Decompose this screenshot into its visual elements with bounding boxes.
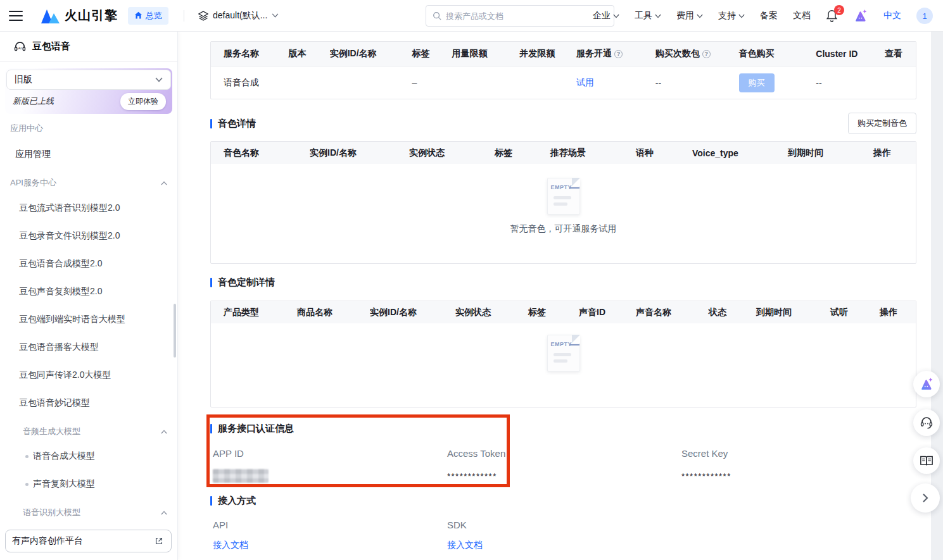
- ai-assistant-icon[interactable]: [853, 9, 868, 23]
- buy-button[interactable]: 购买: [739, 73, 775, 92]
- app-id-redacted-value: [213, 469, 269, 483]
- collapse-panel-button[interactable]: [911, 483, 940, 513]
- product-title: 豆包语音: [32, 40, 70, 53]
- title-accent-bar: [210, 278, 212, 287]
- support-float-button[interactable]: [913, 409, 940, 436]
- api-docs-link[interactable]: 接入文档: [213, 540, 248, 550]
- subsection-audio-gen[interactable]: 音频生成大模型: [0, 426, 177, 437]
- help-icon[interactable]: ?: [614, 50, 623, 58]
- sidebar-api-items: 豆包流式语音识别模型2.0 豆包录音文件识别模型2.0 豆包语音合成模型2.0 …: [0, 194, 177, 417]
- main-area: 服务名称 版本 实例ID/名称 标签 用量限额 并发限额 服务开通? 购买次数包…: [178, 32, 943, 560]
- notification-count-badge: 2: [834, 5, 844, 15]
- col-voice-name: 音色名称: [211, 147, 297, 159]
- headset-support-icon: [920, 416, 934, 430]
- auth-section-title: 服务接口认证信息: [210, 423, 916, 433]
- title-accent-bar: [210, 496, 212, 506]
- col-tag: 标签: [516, 307, 566, 318]
- col-service-name: 服务名称: [211, 48, 276, 59]
- voice-detail-title: 音色详情: [210, 118, 256, 128]
- empty-document-icon: EMPTY: [547, 335, 580, 371]
- auth-values-row: ************ ************: [210, 468, 916, 483]
- svg-text:AI: AI: [18, 46, 22, 50]
- col-product-name: 商品名称: [284, 307, 357, 318]
- ai-assistant-float-button[interactable]: [913, 371, 940, 397]
- overview-badge[interactable]: 总览: [128, 7, 168, 25]
- sidebar-item-stream-asr-2[interactable]: 豆包流式语音识别模型2.0: [0, 194, 177, 222]
- sidebar-item-podcast[interactable]: 豆包语音播客大模型: [0, 333, 177, 361]
- app-id-label: APP ID: [213, 448, 244, 459]
- col-status: 状态: [696, 307, 744, 318]
- col-expire-time: 到期时间: [744, 307, 818, 318]
- service-name-value: 语音合成: [211, 77, 276, 89]
- brand-logo[interactable]: 火山引擎: [41, 7, 118, 24]
- chevron-down-icon: [697, 14, 703, 18]
- buy-custom-voice-button[interactable]: 购买定制音色: [848, 113, 916, 134]
- search-input[interactable]: [446, 11, 607, 21]
- col-expire-time: 到期时间: [775, 147, 861, 159]
- title-accent-bar: [210, 424, 212, 433]
- trial-link[interactable]: 试用: [576, 77, 594, 89]
- sidebar-item-clone-large[interactable]: 声音复刻大模型: [0, 470, 177, 498]
- col-usage-quota: 用量限额: [439, 48, 507, 59]
- try-now-button[interactable]: 立即体验: [120, 93, 166, 110]
- chevron-up-icon: [161, 430, 167, 434]
- empty-document-icon: EMPTY: [547, 178, 580, 215]
- col-view: 查看: [872, 48, 916, 59]
- voice-table-empty-state: EMPTY 暂无音色，可开通服务试用: [211, 164, 916, 263]
- search-box[interactable]: [426, 5, 614, 27]
- headset-ai-icon: AI: [14, 40, 26, 53]
- sidebar-item-e2e-realtime[interactable]: 豆包端到端实时语音大模型: [0, 306, 177, 333]
- user-avatar[interactable]: 1: [916, 8, 933, 24]
- nav-menu-tools[interactable]: 工具: [635, 10, 661, 22]
- project-selector[interactable]: default(默认...: [198, 10, 279, 22]
- access-token-label: Access Token: [447, 448, 505, 459]
- sidebar-item-voice-clone-2[interactable]: 豆包声音复刻模型2.0: [0, 278, 177, 306]
- col-instance-id: 实例ID/名称: [317, 48, 400, 59]
- nav-menu-support[interactable]: 支持: [718, 10, 745, 22]
- audio-creation-platform-link[interactable]: 有声内容创作平台: [5, 530, 172, 552]
- section-app-center: 应用中心: [0, 123, 177, 134]
- hamburger-menu-icon[interactable]: [9, 11, 23, 21]
- service-table-header: 服务名称 版本 实例ID/名称 标签 用量限额 并发限额 服务开通? 购买次数包…: [211, 42, 916, 66]
- external-link-icon: [155, 537, 163, 545]
- col-service-open: 服务开通?: [564, 48, 643, 59]
- sidebar-item-miaoji[interactable]: 豆包语音妙记模型: [0, 389, 177, 417]
- main-content: 服务名称 版本 实例ID/名称 标签 用量限额 并发限额 服务开通? 购买次数包…: [210, 32, 916, 551]
- sdk-docs-link[interactable]: 接入文档: [447, 540, 483, 550]
- empty-state-text: 暂无音色，可开通服务试用: [510, 223, 617, 235]
- col-voice-type: Voice_type: [680, 148, 775, 158]
- custom-voice-title: 音色定制详情: [210, 277, 916, 287]
- sidebar-item-tts-2[interactable]: 豆包语音合成模型2.0: [0, 250, 177, 278]
- locale-switch[interactable]: 中文: [883, 10, 901, 22]
- access-section-title: 接入方式: [210, 495, 916, 506]
- top-nav: 火山引擎 总览 default(默认... 企业 工具 费用 支持 备案 文档 …: [0, 0, 943, 32]
- secret-key-value: ************: [681, 471, 731, 481]
- nav-menu-billing[interactable]: 费用: [676, 10, 703, 22]
- col-instance-status: 实例状态: [396, 147, 482, 159]
- sidebar-scrollbar[interactable]: [174, 304, 176, 358]
- voice-table-header: 音色名称 实例ID/名称 实例状态 标签 推荐场景 语种 Voice_type …: [211, 142, 916, 164]
- sidebar-item-app-management[interactable]: 应用管理: [0, 149, 177, 160]
- brand-name: 火山引擎: [65, 7, 118, 24]
- sidebar-item-tts-large[interactable]: 语音合成大模型: [0, 442, 177, 470]
- sidebar-item-simul-translate[interactable]: 豆包同声传译2.0大模型: [0, 361, 177, 389]
- sidebar-item-file-asr-2[interactable]: 豆包录音文件识别模型2.0: [0, 222, 177, 250]
- subsection-asr-large[interactable]: 语音识别大模型: [0, 507, 177, 518]
- version-banner: 旧版 新版已上线 立即体验: [5, 68, 172, 114]
- nav-link-beian[interactable]: 备案: [760, 10, 778, 22]
- open-book-icon: [920, 454, 934, 467]
- nav-menu-enterprise[interactable]: 企业: [593, 10, 619, 22]
- help-icon[interactable]: ?: [702, 50, 711, 58]
- service-table: 服务名称 版本 实例ID/名称 标签 用量限额 并发限额 服务开通? 购买次数包…: [210, 41, 916, 99]
- section-api-center[interactable]: API服务中心: [0, 177, 177, 189]
- docs-float-button[interactable]: [913, 447, 940, 474]
- col-version: 版本: [276, 48, 317, 59]
- page-scrollbar-track[interactable]: [931, 32, 943, 560]
- col-instance-id: 实例ID/名称: [357, 307, 443, 318]
- nav-right-group: 企业 工具 费用 支持 备案 文档 2 中文 1: [593, 0, 933, 32]
- notification-bell[interactable]: 2: [826, 9, 838, 22]
- nav-link-docs[interactable]: 文档: [793, 10, 811, 22]
- version-select[interactable]: 旧版: [6, 70, 171, 90]
- chevron-down-icon: [155, 77, 163, 82]
- col-voice-name: 声音名称: [623, 307, 696, 318]
